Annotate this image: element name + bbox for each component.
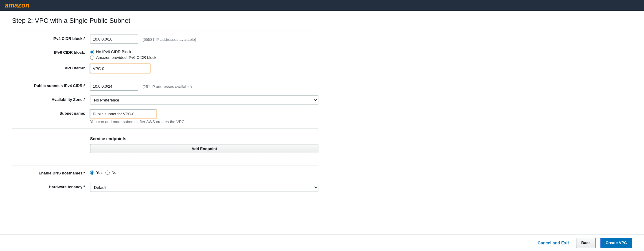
ipv6-radio-group: No IPv6 CIDR Block Amazon provided IPv6 … (90, 48, 318, 60)
ipv4-cidr-input[interactable] (90, 35, 138, 44)
az-select[interactable]: No Preference us-east-1a us-east-1b us-e… (90, 95, 318, 104)
service-endpoints-area: Service endpoints Add Endpoint (90, 136, 318, 153)
subnet-helper-text: You can add more subnets after AWS creat… (90, 119, 318, 124)
hardware-tenancy-select[interactable]: Default Dedicated (90, 183, 318, 192)
subnet-name-row: Subnet name: You can add more subnets af… (12, 109, 318, 124)
add-endpoint-button[interactable]: Add Endpoint (90, 144, 318, 153)
subnet-name-label: Subnet name: (12, 109, 90, 116)
ipv6-cidr-area: No IPv6 CIDR Block Amazon provided IPv6 … (90, 48, 318, 60)
vpc-name-area (90, 64, 318, 73)
service-endpoints-section: Service endpoints Add Endpoint (12, 132, 318, 162)
dns-no-label[interactable]: No (105, 170, 117, 175)
subnet-cidr-helper: (251 IP addresses available) (142, 84, 192, 89)
ipv4-cidr-area: (65531 IP addresses available) (90, 35, 318, 44)
hardware-tenancy-row: Hardware tenancy:* Default Dedicated (12, 183, 318, 192)
subnet-cidr-inline: (251 IP addresses available) (90, 82, 318, 91)
ipv4-cidr-inline: (65531 IP addresses available) (90, 35, 318, 44)
divider-subnet (12, 78, 318, 78)
ipv6-no-block-text: No IPv6 CIDR Block (96, 50, 131, 54)
dns-hostnames-label: Enable DNS hostnames:* (12, 169, 90, 175)
page-container: Step 2: VPC with a Single Public Subnet … (0, 11, 330, 221)
page-title: Step 2: VPC with a Single Public Subnet (12, 17, 318, 25)
vpc-name-row: VPC name: (12, 64, 318, 74)
subnet-name-area: You can add more subnets after AWS creat… (90, 109, 318, 124)
service-endpoints-row: Service endpoints Add Endpoint (12, 136, 318, 153)
ipv6-option2-label[interactable]: Amazon provided IPv6 CIDR block (90, 55, 318, 60)
divider-top (12, 31, 318, 31)
add-endpoint-label: Add Endpoint (191, 147, 217, 151)
ipv6-no-block-radio[interactable] (90, 50, 94, 54)
subnet-cidr-area: (251 IP addresses available) (90, 82, 318, 91)
dns-hostnames-area: Yes No (90, 169, 318, 175)
ipv6-cidr-label: IPv6 CIDR block: (12, 48, 90, 55)
dns-yes-radio[interactable] (90, 171, 94, 175)
dns-hostnames-row: Enable DNS hostnames:* Yes No (12, 169, 318, 179)
ipv6-cidr-row: IPv6 CIDR block: No IPv6 CIDR Block Amaz… (12, 48, 318, 60)
top-bar: amazon (0, 0, 644, 11)
az-area: No Preference us-east-1a us-east-1b us-e… (90, 95, 318, 104)
ipv6-option1-label[interactable]: No IPv6 CIDR Block (90, 50, 318, 54)
az-row: Availability Zone:* No Preference us-eas… (12, 95, 318, 105)
vpc-name-input[interactable] (90, 64, 150, 73)
hardware-tenancy-label: Hardware tenancy:* (12, 183, 90, 189)
subnet-cidr-row: Public subnet's IPv4 CIDR:* (251 IP addr… (12, 82, 318, 91)
ipv6-amazon-text: Amazon provided IPv6 CIDR block (96, 55, 156, 60)
dns-radio-group: Yes No (90, 169, 318, 175)
divider-endpoints (12, 128, 318, 129)
amazon-logo: amazon (5, 2, 29, 9)
dns-yes-label[interactable]: Yes (90, 170, 102, 175)
dns-no-radio[interactable] (105, 171, 110, 175)
ipv4-cidr-label: IPv4 CIDR block:* (12, 35, 90, 41)
ipv4-cidr-row: IPv4 CIDR block:* (65531 IP addresses av… (12, 35, 318, 44)
ipv4-cidr-helper: (65531 IP addresses available) (142, 37, 196, 42)
divider-dns (12, 165, 318, 165)
subnet-name-input[interactable] (90, 109, 156, 118)
vpc-name-label: VPC name: (12, 64, 90, 70)
subnet-cidr-label: Public subnet's IPv4 CIDR:* (12, 82, 90, 88)
service-endpoints-header: Service endpoints (90, 136, 318, 141)
dns-yes-text: Yes (96, 170, 102, 175)
hardware-tenancy-area: Default Dedicated (90, 183, 318, 192)
subnet-cidr-input[interactable] (90, 82, 138, 91)
ipv6-amazon-radio[interactable] (90, 56, 94, 60)
dns-no-text: No (111, 170, 117, 175)
az-label: Availability Zone:* (12, 95, 90, 102)
